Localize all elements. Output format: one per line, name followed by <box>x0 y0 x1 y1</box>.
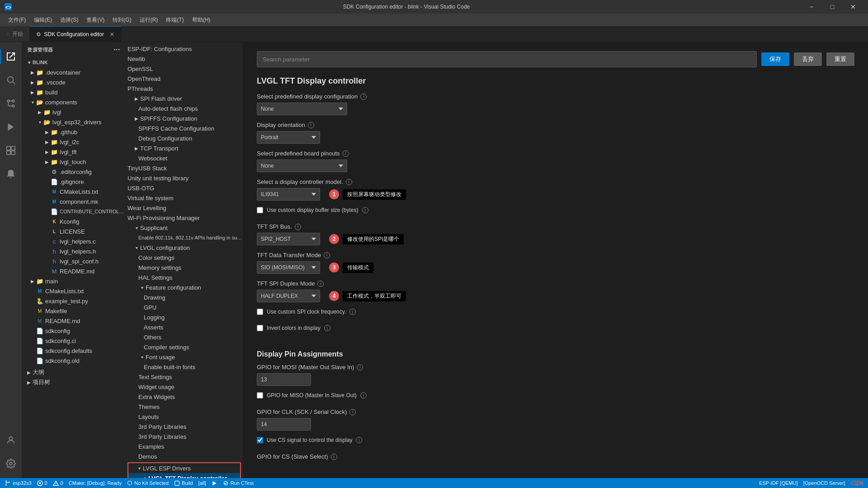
tree-license[interactable]: L LICENSE <box>22 226 126 236</box>
tab-sdk-config[interactable]: ⚙ SDK Configuration editor ✕ <box>30 26 122 42</box>
nav-drawing[interactable]: Drawing <box>126 292 243 302</box>
nav-compiler-settings[interactable]: Compiler settings <box>126 342 243 352</box>
status-all[interactable]: [all] <box>198 480 206 486</box>
select-predefined-display[interactable]: None <box>257 103 347 115</box>
tree-kconfig[interactable]: K Kconfig <box>22 216 126 226</box>
nav-wear-levelling[interactable]: Wear Levelling <box>126 203 243 213</box>
nav-tcp-transport[interactable]: ▶ TCP Transport <box>126 143 243 153</box>
info-icon-custom-buffer[interactable]: i <box>362 207 368 213</box>
tree-cmakelists-root[interactable]: M CMakeLists.txt <box>22 286 126 296</box>
info-icon-controller-model[interactable]: i <box>346 179 352 185</box>
input-gpio-clk[interactable] <box>257 418 311 431</box>
nav-openssl[interactable]: OpenSSL <box>126 64 243 74</box>
select-tft-data-transfer[interactable]: SIO (MOSI/MISO) DIO <box>257 261 320 274</box>
tree-editorconfig[interactable]: ⚙ .editorconfig <box>22 167 126 177</box>
nav-lvgl-tft-display[interactable]: ▾ LVGL TFT Display controller <box>128 473 240 478</box>
nav-asserts[interactable]: Asserts <box>126 322 243 332</box>
checkbox-invert-colors[interactable] <box>257 325 263 331</box>
menu-select[interactable]: 选择(S) <box>57 15 82 25</box>
close-button[interactable]: ✕ <box>843 0 863 14</box>
nav-newlib[interactable]: Newlib <box>126 54 243 64</box>
info-icon-use-cs[interactable]: i <box>356 437 362 443</box>
menu-help[interactable]: 帮助(H) <box>189 15 214 25</box>
select-tft-spi-duplex[interactable]: HALF DUPLEX FULL DUPLEX <box>257 290 320 302</box>
menu-goto[interactable]: 转到(G) <box>109 15 135 25</box>
status-git-branch[interactable]: esp32s3 <box>5 480 32 486</box>
status-debug-play[interactable] <box>212 480 217 486</box>
nav-layouts[interactable]: Layouts <box>126 412 243 422</box>
nav-feature-config[interactable]: ▾ Feature configuration <box>126 282 243 292</box>
nav-demos[interactable]: Demos <box>126 451 243 461</box>
tree-dabi[interactable]: ▶ 大纲 <box>22 367 126 377</box>
tree-main[interactable]: ▶ 📁 main <box>22 276 126 286</box>
tree-lvgl-esp32-drivers[interactable]: ▾ 📂 lvgl_esp32_drivers <box>22 117 126 127</box>
nav-spiffs-debug[interactable]: Debug Configuration <box>126 133 243 143</box>
menu-view[interactable]: 查看(V) <box>83 15 108 25</box>
nav-gpu[interactable]: GPU <box>126 302 243 312</box>
tree-timeline[interactable]: ▶ 项目树 <box>22 377 126 387</box>
nav-usb-otg[interactable]: USB-OTG <box>126 183 243 193</box>
nav-widget-usage[interactable]: Widget usage <box>126 382 243 392</box>
tree-sdkconfig-old[interactable]: 📄 sdkconfig.old <box>22 356 126 366</box>
info-icon-gpio-mosi[interactable]: i <box>357 364 363 371</box>
nav-lvgl-config[interactable]: ▾ LVGL configuration <box>126 243 243 253</box>
tree-lvgl-touch[interactable]: ▶ 📁 lvgl_touch <box>22 157 126 167</box>
nav-3rd-party[interactable]: 3rd Party Libraries <box>126 422 243 432</box>
status-build[interactable]: Build <box>174 480 193 486</box>
tree-root-blink[interactable]: ▾ BLINK <box>22 57 126 67</box>
status-warnings[interactable]: 0 <box>53 480 63 486</box>
nav-auto-detect-flash[interactable]: Auto-detect flash chips <box>126 103 243 113</box>
tree-lvgl[interactable]: ▶ 📁 lvgl <box>22 107 126 117</box>
nav-websocket[interactable]: Websocket <box>126 153 243 163</box>
info-icon-display-config[interactable]: i <box>360 94 367 100</box>
maximize-button[interactable]: □ <box>822 0 843 14</box>
activity-explorer-icon[interactable] <box>0 46 22 67</box>
select-display-controller[interactable]: ILI9341 ST7789 <box>257 188 320 201</box>
info-icon-data-transfer[interactable]: i <box>324 252 330 258</box>
info-icon-gpio-miso[interactable]: i <box>360 392 367 399</box>
sidebar-more-icon[interactable]: ··· <box>113 46 120 54</box>
tree-build[interactable]: ▶ 📁 build <box>22 87 126 97</box>
nav-openthread[interactable]: OpenThread <box>126 74 243 84</box>
tree-readme[interactable]: M README.md <box>22 266 126 276</box>
tree-example-test[interactable]: 🐍 example_test.py <box>22 296 126 306</box>
nav-font-usage[interactable]: ▾ Font usage <box>126 352 243 362</box>
nav-unity[interactable]: Unity unit testing library <box>126 173 243 183</box>
nav-color-settings[interactable]: Color settings <box>126 253 243 263</box>
tree-components[interactable]: ▾ 📂 components <box>22 97 126 107</box>
tree-lvgl-spi-conf[interactable]: h lvgl_spi_conf.h <box>22 256 126 266</box>
menu-terminal[interactable]: 终端(T) <box>162 15 187 25</box>
select-tft-spi-bus[interactable]: SPI2_HOST SPI3_HOST <box>257 233 320 245</box>
status-openocd[interactable]: [OpenOCD Server] <box>803 480 845 486</box>
status-cmake[interactable]: CMake: [Debug]: Ready <box>69 480 122 486</box>
tree-github[interactable]: ▶ 📁 .github <box>22 127 126 137</box>
minimize-button[interactable]: − <box>801 0 822 14</box>
nav-extra-widgets[interactable]: Extra Widgets <box>126 392 243 402</box>
tree-gitignore[interactable]: 📄 .gitignore <box>22 177 126 187</box>
nav-builtin-fonts[interactable]: Enable built-in fonts <box>126 362 243 372</box>
select-predefined-board[interactable]: None <box>257 160 347 172</box>
info-icon-board-pinouts[interactable]: i <box>343 150 349 157</box>
tree-sdkconfig[interactable]: 📄 sdkconfig <box>22 326 126 336</box>
activity-notification-icon[interactable] <box>0 163 22 185</box>
menu-file[interactable]: 文件(F) <box>5 15 29 25</box>
activity-run-icon[interactable] <box>0 116 22 138</box>
info-icon-spi-clock[interactable]: i <box>349 309 356 315</box>
status-errors[interactable]: 0 <box>37 480 47 486</box>
nav-supplicant[interactable]: ▾ Supplicant <box>126 223 243 233</box>
menu-run[interactable]: 运行(R) <box>136 15 162 25</box>
tab-close-icon[interactable]: ✕ <box>109 31 115 38</box>
tree-sdkconfig-ci[interactable]: 📄 sdkconfig.ci <box>22 336 126 346</box>
nav-lvgl-esp-drivers[interactable]: ▾ LVGL ESP Drivers <box>128 463 240 473</box>
nav-pthreads[interactable]: PThreads <box>126 84 243 94</box>
nav-text-settings[interactable]: Text Settings <box>126 372 243 382</box>
activity-account-icon[interactable] <box>0 429 22 451</box>
status-run-ctest[interactable]: Run CTest <box>223 480 254 486</box>
tree-readme-root[interactable]: M README.md <box>22 316 126 326</box>
nav-others-1[interactable]: Others <box>126 332 243 342</box>
nav-tinyusb[interactable]: TinyUSB Stack <box>126 163 243 173</box>
tree-vscode[interactable]: ▶ 📁 .vscode <box>22 77 126 87</box>
nav-wifi-provisioning[interactable]: Wi-Fi Provisioning Manager <box>126 213 243 223</box>
checkbox-gpio-miso[interactable] <box>257 392 263 399</box>
select-display-orientation[interactable]: Portrait Landscape <box>257 131 320 144</box>
